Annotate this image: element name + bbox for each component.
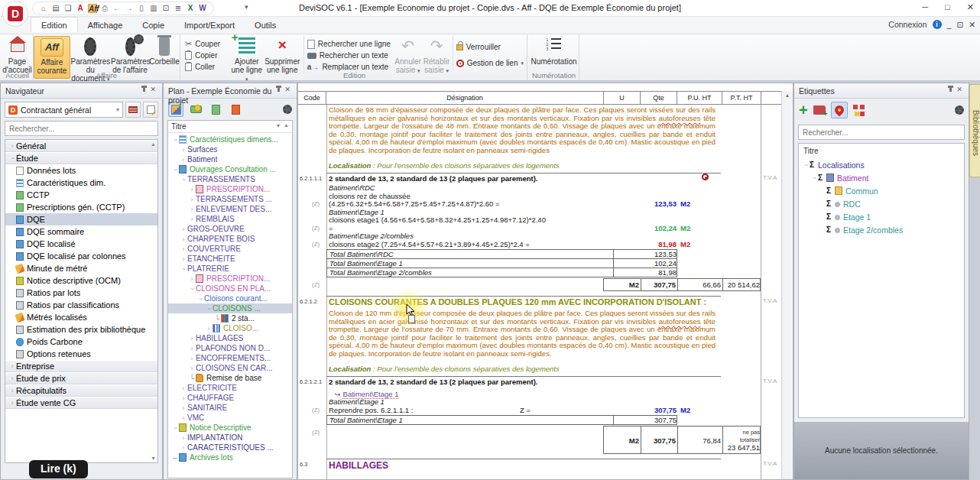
- tree-arrow[interactable]: [188, 335, 196, 342]
- navigator-item[interactable]: Poids Carbone: [5, 336, 157, 348]
- plan-tree-item[interactable]: TERRASSEMENTS ...: [168, 194, 292, 204]
- sum-row-1[interactable]: (Z) M2 307,75 66,66 20 514,62: [298, 278, 782, 291]
- close-panel-icon[interactable]: ✕: [150, 86, 158, 93]
- measurement-line[interactable]: (Z) (4.25+6.32+5.54+6.58+7.25+5.45+7.25+…: [298, 200, 782, 209]
- tree-arrow[interactable]: [8, 142, 16, 150]
- plan-tree-item[interactable]: CLOISONS EN PLA...: [168, 284, 292, 294]
- navigator-item[interactable]: Étude de prix: [5, 372, 157, 384]
- tree-arrow[interactable]: [188, 196, 196, 203]
- tree-arrow[interactable]: [180, 176, 187, 183]
- library-button[interactable]: [125, 102, 141, 118]
- tree-arrow[interactable]: [180, 434, 187, 442]
- plan-tree-item[interactable]: GROS-OEUVRE: [168, 224, 292, 234]
- navigator-item[interactable]: Entreprise: [5, 360, 157, 372]
- navigator-item[interactable]: Notice descriptive (OCM): [5, 274, 157, 287]
- rechercher-ligne-button[interactable]: Rechercher une ligne: [307, 39, 391, 49]
- tree-arrow[interactable]: [188, 216, 196, 223]
- navigator-item[interactable]: Ratios par lots: [5, 287, 157, 299]
- menu-tab[interactable]: Affichage: [78, 18, 133, 32]
- info-icon[interactable]: i: [933, 20, 942, 29]
- plan-tree-item[interactable]: Cloisons courant...: [168, 294, 292, 303]
- measurement-line[interactable]: Batiment\Etage 1: [298, 398, 782, 407]
- pin-icon[interactable]: [277, 86, 280, 92]
- tree-arrow[interactable]: [180, 404, 187, 412]
- close-button[interactable]: ✕: [967, 2, 974, 12]
- pin-icon[interactable]: [143, 86, 145, 92]
- plan-settings-gear-icon[interactable]: [283, 105, 292, 114]
- plan-tree-item[interactable]: VMC: [168, 413, 292, 423]
- navigator-item[interactable]: Étude: [5, 152, 157, 164]
- etiquette-item[interactable]: Σ Etage 1: [799, 210, 964, 223]
- scroll-down-icon[interactable]: ▼: [151, 456, 156, 461]
- copy-page-icon[interactable]: ❏: [63, 4, 73, 13]
- navigator-item[interactable]: CCTP: [5, 189, 157, 201]
- close-panel-icon[interactable]: ✕: [284, 86, 293, 93]
- contacts-view-button[interactable]: [228, 102, 243, 117]
- item-row-62111[interactable]: 6.2.1.1.1 2 standard de 13, 2 standard d…: [298, 173, 782, 184]
- plan-tree-item[interactable]: CARACTERISTIQUES ...: [168, 443, 292, 452]
- plan-tree-header[interactable]: Titre ▾ ▲: [167, 120, 293, 133]
- rechercher-texte-button[interactable]: Rechercher un texte: [307, 50, 391, 60]
- navigator-item[interactable]: DQE localisé: [5, 238, 157, 250]
- two-page-view-icon[interactable]: ▥: [149, 4, 158, 13]
- tree-arrow[interactable]: [213, 315, 221, 323]
- section-row-6212[interactable]: 6.2.1.2 CLOISONS COURANTES A DOUBLES PLA…: [298, 296, 782, 308]
- col-header-code[interactable]: Code: [298, 92, 326, 104]
- grid-icon[interactable]: [853, 105, 865, 116]
- tree-arrow[interactable]: [188, 365, 196, 372]
- tree-arrow[interactable]: [180, 394, 187, 402]
- copier-button[interactable]: Copier: [185, 50, 220, 60]
- col-header-pt[interactable]: P.T. HT: [722, 92, 761, 104]
- tree-arrow[interactable]: [188, 186, 196, 193]
- page-view-icon[interactable]: ▯: [137, 4, 146, 13]
- cctp-view-button[interactable]: [208, 102, 223, 117]
- plan-tree-item[interactable]: COUVERTURE: [168, 244, 292, 254]
- plan-tree-item[interactable]: CHAUFFAGE: [168, 393, 292, 403]
- verrouiller-button[interactable]: Verrouiller: [456, 42, 524, 52]
- close-panel-icon[interactable]: ✕: [956, 86, 965, 93]
- plan-tree-item[interactable]: CHARPENTE BOIS: [168, 234, 292, 244]
- profile-dropdown[interactable]: D Contractant général ▾: [5, 102, 123, 118]
- etiquette-item[interactable]: Σ RDC: [799, 197, 964, 210]
- scroll-up-icon[interactable]: ▲: [782, 92, 793, 98]
- sum-row-2[interactable]: (Z) M2 307,75 76,84 ne pastotaliser23 64…: [298, 426, 782, 454]
- plan-tree-item[interactable]: SANITAIRE: [168, 403, 292, 413]
- measurement-line[interactable]: (Z) Reprendre pos. 6.2.1.1.1 : Z = 307,7…: [298, 407, 782, 415]
- window-layout-icon[interactable]: ⊡: [161, 4, 170, 13]
- tree-arrow[interactable]: [180, 255, 187, 263]
- chevron-down-icon[interactable]: ▾: [277, 122, 280, 129]
- scroll-up-icon[interactable]: ▲: [151, 141, 156, 147]
- mdi-close-button[interactable]: ✕: [969, 20, 975, 29]
- add-folder-icon[interactable]: [813, 105, 826, 115]
- tree-arrow[interactable]: [171, 166, 179, 174]
- plan-tree-item[interactable]: CLOISONS ...: [168, 303, 292, 313]
- tree-arrow[interactable]: [180, 225, 187, 233]
- navigator-item[interactable]: Données lots: [5, 164, 157, 177]
- item-row-62121[interactable]: 6.2.1.2.1 2 standard de 13, 2 standard d…: [298, 376, 782, 388]
- tree-arrow[interactable]: [188, 206, 196, 213]
- tree-arrow[interactable]: [188, 275, 196, 283]
- navigator-item[interactable]: DQE sommaire: [5, 225, 157, 238]
- parametres-affaire-button[interactable]: Paramètres de l'affaire: [111, 36, 149, 74]
- tree-arrow[interactable]: [180, 146, 187, 154]
- navigator-item[interactable]: Estimation des prix bibliothèque: [5, 323, 157, 336]
- mdi-restore-button[interactable]: ⊡: [956, 20, 963, 29]
- pdf-icon[interactable]: A: [76, 4, 85, 13]
- tree-arrow[interactable]: [8, 399, 16, 407]
- plan-tree-item[interactable]: ENLEVEMENT DES...: [168, 204, 292, 214]
- read-overlay-button[interactable]: Lire (k): [29, 460, 88, 478]
- plan-tree-item[interactable]: Remise de base: [168, 373, 292, 383]
- plan-tree-item[interactable]: ELECTRICITE: [168, 383, 292, 393]
- outline-icon[interactable]: ≣: [174, 4, 183, 13]
- plan-tree-item[interactable]: Batiment: [168, 154, 292, 164]
- forward-icon[interactable]: →: [125, 4, 134, 13]
- plan-tree-item[interactable]: TERRASSEMENTS: [168, 174, 292, 184]
- localisation-pin-button[interactable]: [831, 102, 848, 118]
- annuler-saisie-button[interactable]: ↶ Annuler saisie ▾: [394, 36, 422, 75]
- back-icon[interactable]: ←: [112, 4, 122, 13]
- tree-arrow[interactable]: [180, 384, 187, 392]
- etiquette-item[interactable]: Σ Localisations: [799, 158, 964, 171]
- plan-tree-item[interactable]: ENCOFFREMENTS...: [168, 353, 292, 363]
- tree-arrow[interactable]: [188, 375, 196, 382]
- tree-arrow[interactable]: [180, 235, 187, 243]
